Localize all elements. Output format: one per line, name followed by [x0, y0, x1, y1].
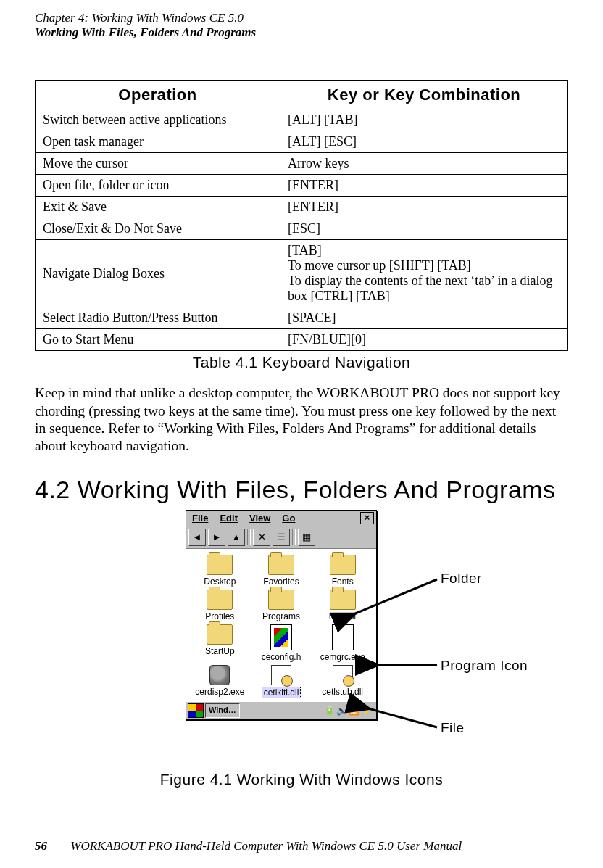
explorer-window: File Edit View Go × ◄ ► ▲ ✕ ☰ ▦ DesktopF… [186, 510, 377, 720]
table-cell-key: [ENTER] [280, 197, 568, 218]
taskbar: Wind… 🔋 🔊 📶 ⚡ [186, 701, 376, 719]
figure-caption: Figure 4.1 Working With Windows Icons [35, 771, 568, 788]
item-label: Recent [329, 611, 357, 621]
list-item[interactable]: Programs [251, 590, 312, 621]
item-label: Profiles [205, 611, 234, 621]
table-row: Open file, folder or icon[ENTER] [36, 175, 568, 197]
list-item[interactable]: cerdisp2.exe [189, 665, 251, 698]
table-cell-operation: Switch between active applications [36, 109, 280, 131]
file-icon [270, 624, 292, 650]
folder-icon [330, 555, 356, 575]
folder-icon [268, 555, 294, 575]
table-cell-key: [ENTER] [280, 175, 568, 197]
menu-go[interactable]: Go [276, 511, 301, 525]
item-label: cemgrc.exe [320, 652, 365, 662]
table-header-operation: Operation [36, 81, 280, 109]
menu-file[interactable]: File [186, 511, 214, 525]
folder-icon [207, 624, 233, 645]
toolbar: ◄ ► ▲ ✕ ☰ ▦ [186, 526, 376, 549]
body-paragraph: Keep in mind that unlike a desktop compu… [35, 384, 568, 455]
item-label: Fonts [332, 576, 354, 587]
keyboard-navigation-table: Operation Key or Key Combination Switch … [35, 80, 568, 351]
item-label: StartUp [205, 646, 235, 656]
table-cell-key: [ESC] [280, 218, 568, 240]
start-button-icon[interactable] [188, 703, 204, 718]
footer: 56 WORKABOUT PRO Hand-Held Computer With… [35, 839, 462, 853]
table-row: Navigate Dialog Boxes[TAB] To move curso… [36, 240, 568, 307]
table-header-key: Key or Key Combination [280, 81, 568, 109]
list-item[interactable]: Desktop [189, 555, 251, 587]
folder-icon [207, 590, 233, 610]
footer-text: WORKABOUT PRO Hand-Held Computer With Wi… [70, 839, 462, 853]
item-label: cerdisp2.exe [195, 687, 244, 697]
item-label: Programs [262, 611, 300, 621]
table-row: Go to Start Menu[FN/BLUE][0] [36, 329, 568, 351]
list-item[interactable]: cetlstub.dll [312, 665, 373, 698]
list-item[interactable]: cetlkitl.dll [251, 665, 312, 698]
table-row: Select Radio Button/Press Button[SPACE] [36, 307, 568, 329]
list-item[interactable]: Fonts [312, 555, 373, 587]
program-icon [332, 624, 354, 650]
properties-icon[interactable]: ☰ [273, 529, 290, 546]
dll-icon [333, 665, 353, 685]
table-row: Move the cursorArrow keys [36, 153, 568, 175]
forward-icon[interactable]: ► [208, 529, 225, 546]
table-cell-operation: Navigate Dialog Boxes [36, 240, 280, 307]
menu-view[interactable]: View [244, 511, 276, 525]
tray-icon: 🔋 [324, 706, 335, 716]
close-icon[interactable]: × [360, 512, 374, 524]
section-heading: 4.2 Working With Files, Folders And Prog… [35, 476, 568, 504]
item-label: Desktop [204, 576, 236, 587]
table-cell-operation: Open task manager [36, 131, 280, 153]
callout-file: File [441, 720, 465, 736]
list-item[interactable]: cemgrc.exe [312, 624, 373, 662]
file-grid: DesktopFavoritesFontsProfilesProgramsRec… [186, 549, 376, 701]
up-icon[interactable]: ▲ [228, 529, 245, 546]
table-cell-operation: Go to Start Menu [36, 329, 280, 351]
section-header: Working With Files, Folders And Programs [35, 25, 568, 40]
table-row: Open task manager[ALT] [ESC] [36, 131, 568, 153]
dll-icon [271, 665, 291, 685]
page-number: 56 [35, 839, 47, 853]
table-row: Exit & Save[ENTER] [36, 197, 568, 218]
figure-area: File Edit View Go × ◄ ► ▲ ✕ ☰ ▦ DesktopF… [35, 507, 568, 768]
table-caption: Table 4.1 Keyboard Navigation [35, 354, 568, 371]
table-cell-operation: Move the cursor [36, 153, 280, 175]
svg-line-3 [368, 708, 437, 727]
tray-icon: ⚡ [361, 706, 372, 716]
item-label: Favorites [263, 576, 299, 587]
folder-icon [268, 590, 294, 610]
table-cell-operation: Open file, folder or icon [36, 175, 280, 197]
callout-folder: Folder [441, 571, 482, 587]
views-icon[interactable]: ▦ [298, 529, 315, 546]
folder-icon [330, 590, 356, 610]
table-cell-operation: Select Radio Button/Press Button [36, 307, 280, 329]
menubar: File Edit View Go × [186, 511, 376, 526]
list-item[interactable]: StartUp [189, 624, 251, 662]
table-cell-operation: Close/Exit & Do Not Save [36, 218, 280, 240]
item-label: ceconfig.h [262, 652, 302, 662]
list-item[interactable]: ceconfig.h [251, 624, 312, 662]
table-row: Switch between active applications[ALT] … [36, 109, 568, 131]
taskbar-button[interactable]: Wind… [205, 703, 240, 718]
table-cell-key: [ALT] [ESC] [280, 131, 568, 153]
delete-icon[interactable]: ✕ [253, 529, 270, 546]
tray-icon: 📶 [349, 706, 359, 716]
list-item[interactable]: Favorites [251, 555, 312, 587]
menu-edit[interactable]: Edit [214, 511, 244, 525]
callout-program: Program Icon [441, 658, 528, 674]
table-cell-operation: Exit & Save [36, 197, 280, 218]
back-icon[interactable]: ◄ [188, 529, 206, 546]
list-item[interactable]: Recent [312, 590, 373, 621]
item-label: cetlstub.dll [322, 687, 363, 697]
table-cell-key: [SPACE] [280, 307, 568, 329]
table-cell-key: [TAB] To move cursor up [SHIFT] [TAB] To… [280, 240, 568, 307]
table-cell-key: Arrow keys [280, 153, 568, 175]
list-item[interactable]: Profiles [189, 590, 251, 621]
system-tray: 🔋 🔊 📶 ⚡ [324, 703, 375, 718]
exe-icon [209, 665, 230, 685]
table-cell-key: [ALT] [TAB] [280, 109, 568, 131]
chapter-header: Chapter 4: Working With Windows CE 5.0 [35, 10, 568, 25]
table-row: Close/Exit & Do Not Save[ESC] [36, 218, 568, 240]
item-label: cetlkitl.dll [262, 687, 302, 698]
